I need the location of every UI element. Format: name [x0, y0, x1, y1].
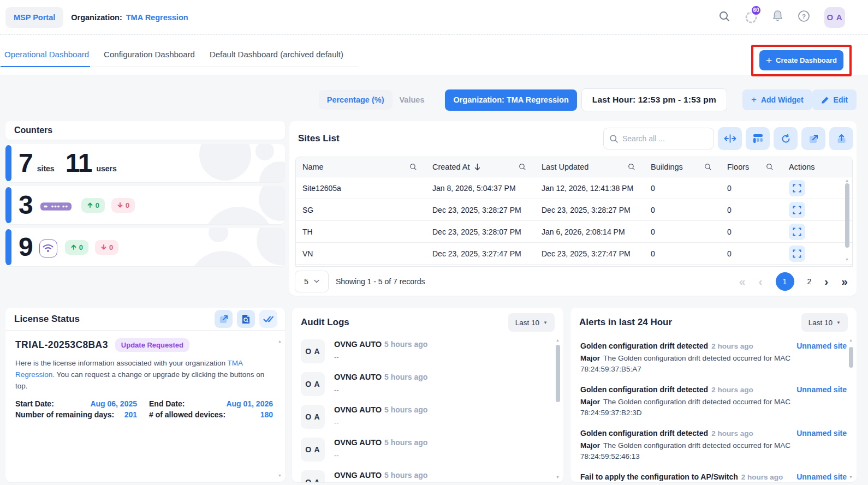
scroll-down-arrow[interactable]: ▼: [278, 474, 282, 477]
audit-time: 5 hours ago: [384, 340, 427, 349]
table-row[interactable]: VN Dec 23, 2025, 3:27:47 PM Dec 23, 2025…: [296, 243, 852, 265]
export-button[interactable]: [829, 127, 853, 150]
msp-portal-button[interactable]: MSP Portal: [5, 7, 63, 28]
sync-spinner-icon[interactable]: 60: [745, 11, 758, 24]
audit-logs-title: Audit Logs: [301, 317, 349, 328]
search-icon[interactable]: [718, 10, 730, 25]
switch-device-icon: [40, 201, 72, 214]
table-row[interactable]: Site12605a Jan 8, 2026, 5:04:37 PM Jan 1…: [296, 177, 852, 199]
license-upgrade-button[interactable]: [215, 310, 233, 328]
audit-time: 5 hours ago: [384, 471, 427, 480]
scroll-down-arrow[interactable]: ▼: [845, 258, 849, 261]
license-description: Here is the license information associat…: [15, 358, 267, 392]
refresh-button[interactable]: [774, 127, 798, 150]
column-search-icon[interactable]: [704, 163, 712, 171]
scroll-up-arrow[interactable]: ▲: [278, 339, 282, 343]
panel-scrollbar[interactable]: ▲ ▼: [555, 338, 561, 479]
edit-button[interactable]: Edit: [812, 89, 857, 110]
prev-page-button[interactable]: ‹: [759, 275, 763, 288]
next-page-button[interactable]: ›: [824, 275, 828, 288]
col-name[interactable]: Name: [302, 163, 324, 171]
help-icon[interactable]: ?: [798, 10, 810, 25]
audit-log-entry[interactable]: O A OVNG AUTO5 hours ago --: [301, 369, 555, 402]
users-count-label: users: [96, 164, 116, 173]
license-approve-button[interactable]: [259, 310, 277, 328]
alert-entry[interactable]: Fail to apply the configuration to AP/Sw…: [580, 468, 847, 482]
alert-entry[interactable]: Golden configuration drift detected 2 ho…: [580, 337, 847, 381]
tab-default-dashboard[interactable]: Default Dashboard (archived default): [210, 43, 343, 67]
panel-scrollbar[interactable]: ▲ ▼: [848, 338, 854, 479]
columns-settings-button[interactable]: [746, 127, 770, 150]
sites-search-input[interactable]: [622, 134, 693, 143]
alert-site-link[interactable]: Unnamed site: [796, 385, 847, 394]
audit-log-entry[interactable]: O A OVNG AUTO5 hours ago --: [301, 434, 555, 467]
audit-user: OVNG AUTO: [334, 340, 382, 349]
arrow-down-icon: [117, 202, 123, 208]
audit-log-entry[interactable]: O A OVNG AUTO5 hours ago --: [301, 467, 555, 482]
page-2-button[interactable]: 2: [807, 277, 812, 286]
col-buildings[interactable]: Buildings: [651, 163, 683, 171]
create-dashboard-button[interactable]: + Create Dashboard: [759, 50, 843, 70]
scroll-up-arrow[interactable]: ▲: [845, 178, 849, 182]
column-search-icon[interactable]: [409, 163, 417, 171]
col-last-updated[interactable]: Last Updated: [542, 163, 588, 171]
time-range-button[interactable]: Last Hour: 12:53 pm - 1:53 pm: [581, 88, 727, 111]
accent-bar: [5, 145, 11, 181]
remaining-days-label: Number of remaining days:: [15, 410, 114, 419]
alert-message: The Golden configuration drift detected …: [580, 441, 790, 460]
avatar[interactable]: O A: [824, 7, 845, 28]
expand-site-button[interactable]: [789, 246, 805, 262]
alert-entry[interactable]: Golden configuration drift detected 2 ho…: [580, 381, 847, 424]
tab-operational-dashboard[interactable]: Operational Dashboard: [4, 43, 89, 67]
table-scrollbar[interactable]: ▲ ▼: [845, 178, 850, 261]
column-search-icon[interactable]: [766, 163, 774, 171]
tab-configuration-dashboard[interactable]: Configuration Dashboard: [104, 43, 195, 67]
audit-log-entry[interactable]: O A OVNG AUTO5 hours ago --: [301, 336, 555, 369]
scroll-down-arrow[interactable]: ▼: [556, 475, 560, 479]
audit-time: 5 hours ago: [384, 438, 427, 447]
alert-site-link[interactable]: Unnamed site: [796, 472, 847, 481]
col-created-at[interactable]: Created At: [432, 163, 470, 171]
alerts-filter-dropdown[interactable]: Last 10▼: [801, 313, 848, 332]
page-1-button[interactable]: 1: [776, 272, 794, 291]
audit-logs-widget: Audit Logs Last 10▼ O A OVNG AUTO5 hours…: [292, 308, 563, 482]
organization-link[interactable]: TMA Regression: [126, 13, 188, 22]
sites-search-box[interactable]: [603, 128, 714, 149]
scroll-up-arrow[interactable]: ▲: [849, 338, 853, 342]
table-row[interactable]: TH Dec 23, 2025, 3:28:07 PM Jan 6, 2026,…: [296, 221, 852, 243]
counter-card-sites-users: 7 sites 11 users: [5, 144, 285, 182]
scroll-down-arrow[interactable]: ▼: [849, 475, 853, 479]
resize-columns-button[interactable]: [718, 127, 742, 150]
scrollbar-thumb[interactable]: [556, 345, 560, 402]
open-external-button[interactable]: [801, 127, 825, 150]
last-page-button[interactable]: »: [841, 275, 848, 288]
first-page-button[interactable]: «: [739, 275, 746, 288]
table-row[interactable]: SG Dec 23, 2025, 3:28:27 PM Dec 23, 2025…: [296, 199, 852, 221]
alert-site-link[interactable]: Unnamed site: [796, 342, 847, 350]
scroll-up-arrow[interactable]: ▲: [556, 338, 560, 342]
sites-count-label: sites: [37, 164, 55, 173]
add-widget-button[interactable]: + Add Widget: [742, 89, 812, 110]
alert-site-link[interactable]: Unnamed site: [796, 429, 847, 438]
license-review-button[interactable]: [237, 310, 255, 328]
bell-icon[interactable]: [772, 10, 783, 25]
table-row[interactable]: [296, 265, 852, 267]
column-search-icon[interactable]: [519, 163, 526, 171]
scrollbar-thumb[interactable]: [845, 183, 849, 248]
expand-site-button[interactable]: [789, 224, 805, 240]
page-size-select[interactable]: 5: [295, 271, 329, 292]
refresh-icon: [781, 134, 791, 144]
top-bar: MSP Portal Organization: TMA Regression …: [0, 0, 868, 35]
toggle-percentage[interactable]: Percentage (%): [319, 90, 393, 110]
expand-site-button[interactable]: [789, 202, 805, 218]
column-search-icon[interactable]: [628, 163, 635, 171]
organization-filter-button[interactable]: Organization: TMA Regression: [445, 89, 576, 111]
audit-log-entry[interactable]: O A OVNG AUTO5 hours ago --: [301, 402, 555, 434]
expand-site-button[interactable]: [789, 180, 805, 196]
scrollbar-thumb[interactable]: [849, 347, 853, 368]
col-floors[interactable]: Floors: [727, 163, 749, 171]
sort-desc-icon[interactable]: [474, 163, 481, 171]
alert-entry[interactable]: Golden configuration drift detected 2 ho…: [580, 424, 847, 468]
audit-filter-dropdown[interactable]: Last 10▼: [508, 313, 555, 332]
toggle-values[interactable]: Values: [393, 90, 432, 110]
